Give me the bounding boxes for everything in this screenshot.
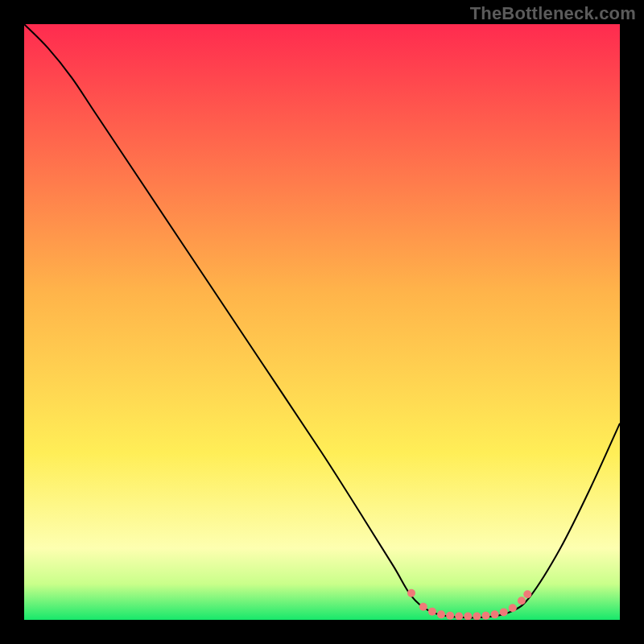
trough-marker — [446, 612, 454, 620]
trough-marker — [407, 589, 415, 597]
chart-svg — [24, 24, 620, 620]
trough-marker — [482, 612, 490, 620]
gradient-background — [24, 24, 620, 620]
plot-area — [24, 24, 620, 620]
chart-frame: TheBottleneck.com — [0, 0, 644, 644]
trough-marker — [428, 608, 436, 616]
watermark-text: TheBottleneck.com — [470, 3, 636, 24]
trough-marker — [518, 597, 526, 605]
trough-marker — [491, 610, 499, 618]
trough-marker — [509, 604, 517, 612]
trough-marker — [523, 590, 531, 598]
trough-marker — [419, 603, 427, 611]
trough-marker — [500, 608, 508, 616]
trough-marker — [437, 610, 445, 618]
